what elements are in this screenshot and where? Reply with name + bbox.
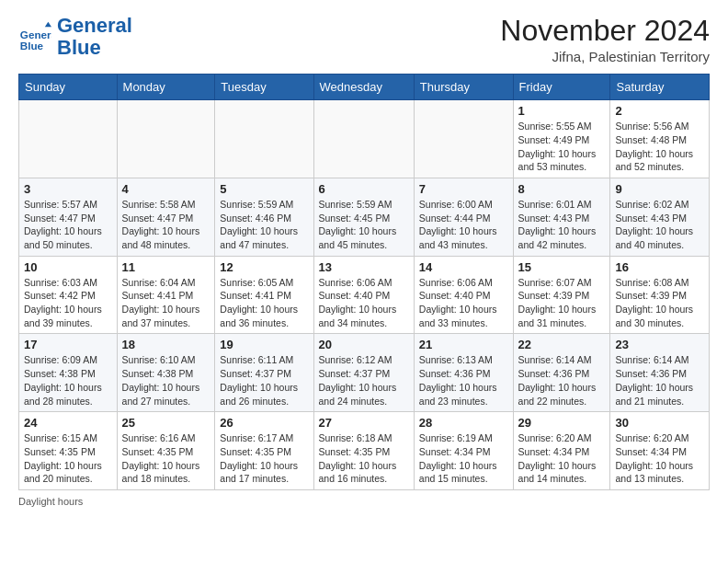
day-number: 5 <box>220 182 308 196</box>
logo: General Blue General Blue <box>18 15 132 59</box>
day-detail: Sunrise: 6:18 AM Sunset: 4:35 PM Dayligh… <box>319 431 409 486</box>
day-detail: Sunrise: 6:20 AM Sunset: 4:34 PM Dayligh… <box>518 431 606 486</box>
weekday-header-sunday: Sunday <box>19 75 118 100</box>
day-detail: Sunrise: 6:10 AM Sunset: 4:38 PM Dayligh… <box>122 353 210 408</box>
calendar-cell: 9Sunrise: 6:02 AM Sunset: 4:43 PM Daylig… <box>610 178 710 256</box>
page: General Blue General Blue November 2024 … <box>0 0 728 522</box>
day-detail: Sunrise: 5:58 AM Sunset: 4:47 PM Dayligh… <box>122 198 210 252</box>
location-title: Jifna, Palestinian Territory <box>500 49 710 64</box>
day-detail: Sunrise: 5:55 AM Sunset: 4:49 PM Dayligh… <box>518 120 606 174</box>
day-number: 7 <box>419 182 508 196</box>
weekday-header-saturday: Saturday <box>610 75 710 100</box>
calendar-cell: 1Sunrise: 5:55 AM Sunset: 4:49 PM Daylig… <box>513 100 610 178</box>
day-number: 25 <box>122 416 210 430</box>
logo-line2: Blue <box>57 37 132 59</box>
day-number: 4 <box>122 182 210 196</box>
day-number: 27 <box>319 416 409 430</box>
day-number: 21 <box>419 338 508 351</box>
day-number: 1 <box>518 104 606 118</box>
day-detail: Sunrise: 6:08 AM Sunset: 4:39 PM Dayligh… <box>615 276 704 330</box>
day-detail: Sunrise: 6:15 AM Sunset: 4:35 PM Dayligh… <box>24 431 112 486</box>
calendar-table: SundayMondayTuesdayWednesdayThursdayFrid… <box>18 74 710 490</box>
day-number: 3 <box>24 182 112 196</box>
day-number: 8 <box>518 182 606 196</box>
weekday-header-tuesday: Tuesday <box>215 75 313 100</box>
day-detail: Sunrise: 6:02 AM Sunset: 4:43 PM Dayligh… <box>615 198 704 252</box>
calendar-cell: 19Sunrise: 6:11 AM Sunset: 4:37 PM Dayli… <box>215 334 313 412</box>
calendar-cell: 11Sunrise: 6:04 AM Sunset: 4:41 PM Dayli… <box>117 256 215 334</box>
logo-line1: General <box>57 15 132 37</box>
day-number: 9 <box>615 182 704 196</box>
calendar-cell: 30Sunrise: 6:20 AM Sunset: 4:34 PM Dayli… <box>610 412 710 490</box>
calendar-cell: 2Sunrise: 5:56 AM Sunset: 4:48 PM Daylig… <box>610 100 710 178</box>
calendar-cell <box>313 100 414 178</box>
day-number: 16 <box>615 260 704 274</box>
logo-text: General Blue <box>57 15 132 59</box>
calendar-cell: 6Sunrise: 5:59 AM Sunset: 4:45 PM Daylig… <box>313 178 414 256</box>
day-detail: Sunrise: 6:11 AM Sunset: 4:37 PM Dayligh… <box>220 353 308 408</box>
calendar-cell: 17Sunrise: 6:09 AM Sunset: 4:38 PM Dayli… <box>19 334 118 412</box>
header: General Blue General Blue November 2024 … <box>18 15 710 64</box>
day-detail: Sunrise: 6:20 AM Sunset: 4:34 PM Dayligh… <box>615 431 704 486</box>
title-block: November 2024 Jifna, Palestinian Territo… <box>500 15 710 64</box>
day-number: 10 <box>24 260 112 274</box>
calendar-cell: 18Sunrise: 6:10 AM Sunset: 4:38 PM Dayli… <box>117 334 215 412</box>
day-detail: Sunrise: 6:17 AM Sunset: 4:35 PM Dayligh… <box>220 431 308 486</box>
svg-text:General: General <box>20 29 51 40</box>
calendar-cell <box>19 100 118 178</box>
calendar-cell: 16Sunrise: 6:08 AM Sunset: 4:39 PM Dayli… <box>610 256 710 334</box>
calendar-cell: 25Sunrise: 6:16 AM Sunset: 4:35 PM Dayli… <box>117 412 215 490</box>
day-detail: Sunrise: 6:13 AM Sunset: 4:36 PM Dayligh… <box>419 353 508 408</box>
day-detail: Sunrise: 6:06 AM Sunset: 4:40 PM Dayligh… <box>419 276 508 330</box>
month-title: November 2024 <box>500 15 710 47</box>
calendar-cell: 15Sunrise: 6:07 AM Sunset: 4:39 PM Dayli… <box>513 256 610 334</box>
calendar-cell <box>215 100 313 178</box>
day-detail: Sunrise: 6:16 AM Sunset: 4:35 PM Dayligh… <box>122 431 210 486</box>
day-detail: Sunrise: 6:19 AM Sunset: 4:34 PM Dayligh… <box>419 431 508 486</box>
day-detail: Sunrise: 6:14 AM Sunset: 4:36 PM Dayligh… <box>518 353 606 408</box>
day-detail: Sunrise: 5:56 AM Sunset: 4:48 PM Dayligh… <box>615 120 704 174</box>
weekday-header-row: SundayMondayTuesdayWednesdayThursdayFrid… <box>19 75 710 100</box>
footer-note-text: Daylight hours <box>18 496 83 507</box>
calendar-cell: 14Sunrise: 6:06 AM Sunset: 4:40 PM Dayli… <box>414 256 513 334</box>
calendar-cell: 24Sunrise: 6:15 AM Sunset: 4:35 PM Dayli… <box>19 412 118 490</box>
calendar-cell: 29Sunrise: 6:20 AM Sunset: 4:34 PM Dayli… <box>513 412 610 490</box>
day-detail: Sunrise: 6:01 AM Sunset: 4:43 PM Dayligh… <box>518 198 606 252</box>
calendar-week-3: 17Sunrise: 6:09 AM Sunset: 4:38 PM Dayli… <box>19 334 710 412</box>
calendar-cell: 20Sunrise: 6:12 AM Sunset: 4:37 PM Dayli… <box>313 334 414 412</box>
calendar-cell: 22Sunrise: 6:14 AM Sunset: 4:36 PM Dayli… <box>513 334 610 412</box>
calendar-week-4: 24Sunrise: 6:15 AM Sunset: 4:35 PM Dayli… <box>19 412 710 490</box>
calendar-cell <box>117 100 215 178</box>
calendar-cell: 5Sunrise: 5:59 AM Sunset: 4:46 PM Daylig… <box>215 178 313 256</box>
day-detail: Sunrise: 6:05 AM Sunset: 4:41 PM Dayligh… <box>220 276 308 330</box>
calendar-week-2: 10Sunrise: 6:03 AM Sunset: 4:42 PM Dayli… <box>19 256 710 334</box>
day-number: 17 <box>24 338 112 351</box>
day-detail: Sunrise: 6:00 AM Sunset: 4:44 PM Dayligh… <box>419 198 508 252</box>
day-detail: Sunrise: 5:59 AM Sunset: 4:45 PM Dayligh… <box>319 198 409 252</box>
weekday-header-wednesday: Wednesday <box>313 75 414 100</box>
weekday-header-friday: Friday <box>513 75 610 100</box>
calendar-cell: 8Sunrise: 6:01 AM Sunset: 4:43 PM Daylig… <box>513 178 610 256</box>
calendar-cell: 12Sunrise: 6:05 AM Sunset: 4:41 PM Dayli… <box>215 256 313 334</box>
day-number: 22 <box>518 338 606 351</box>
calendar-week-1: 3Sunrise: 5:57 AM Sunset: 4:47 PM Daylig… <box>19 178 710 256</box>
day-number: 24 <box>24 416 112 430</box>
day-detail: Sunrise: 5:59 AM Sunset: 4:46 PM Dayligh… <box>220 198 308 252</box>
day-number: 13 <box>319 260 409 274</box>
weekday-header-thursday: Thursday <box>414 75 513 100</box>
day-number: 6 <box>319 182 409 196</box>
day-detail: Sunrise: 6:12 AM Sunset: 4:37 PM Dayligh… <box>319 353 409 408</box>
calendar-cell: 21Sunrise: 6:13 AM Sunset: 4:36 PM Dayli… <box>414 334 513 412</box>
svg-text:Blue: Blue <box>20 40 44 52</box>
day-number: 20 <box>319 338 409 351</box>
svg-marker-2 <box>45 22 51 27</box>
calendar-cell: 28Sunrise: 6:19 AM Sunset: 4:34 PM Dayli… <box>414 412 513 490</box>
calendar-cell: 26Sunrise: 6:17 AM Sunset: 4:35 PM Dayli… <box>215 412 313 490</box>
day-detail: Sunrise: 6:06 AM Sunset: 4:40 PM Dayligh… <box>319 276 409 330</box>
day-detail: Sunrise: 6:07 AM Sunset: 4:39 PM Dayligh… <box>518 276 606 330</box>
day-number: 19 <box>220 338 308 351</box>
calendar-cell: 13Sunrise: 6:06 AM Sunset: 4:40 PM Dayli… <box>313 256 414 334</box>
day-number: 18 <box>122 338 210 351</box>
day-number: 29 <box>518 416 606 430</box>
day-number: 30 <box>615 416 704 430</box>
